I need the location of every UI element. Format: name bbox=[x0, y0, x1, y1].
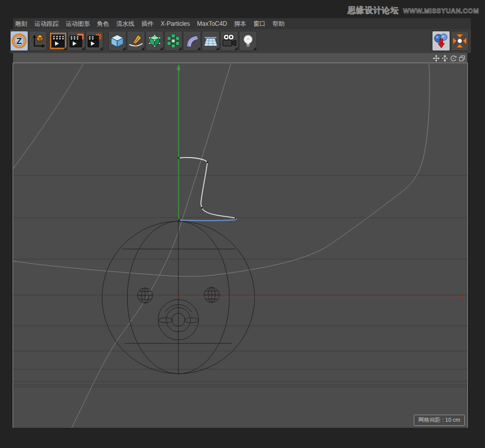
deformer-button[interactable] bbox=[183, 31, 201, 51]
x-axis-arrow bbox=[461, 295, 465, 299]
light-button[interactable] bbox=[239, 31, 257, 51]
submenu-corner bbox=[100, 47, 103, 50]
viewport-controls bbox=[432, 55, 465, 62]
viewport-rotate-icon[interactable] bbox=[450, 55, 457, 62]
watermark: 思缘设计论坛WWW.MISSYUAN.COM bbox=[348, 6, 479, 16]
render-view-button[interactable] bbox=[432, 31, 450, 51]
faint-curve-left bbox=[13, 64, 83, 169]
primitive-cube-button[interactable] bbox=[108, 31, 126, 51]
y-axis-arrow bbox=[177, 64, 180, 70]
watermark-en: WWW.MISSYUAN.COM bbox=[403, 7, 479, 15]
origin-point bbox=[177, 296, 179, 298]
render-settings-button[interactable] bbox=[451, 31, 469, 51]
eye-right bbox=[204, 287, 219, 303]
motion-clip-gear-button[interactable] bbox=[85, 31, 104, 51]
goz-tool-icon: Z bbox=[11, 33, 27, 49]
menu-item-7[interactable]: MaxToC4D bbox=[193, 20, 230, 27]
mograph-array-button[interactable] bbox=[164, 31, 182, 51]
motion-clip-button[interactable] bbox=[49, 31, 67, 51]
axis-cube-button[interactable] bbox=[29, 31, 47, 51]
spline-pen-button[interactable] bbox=[127, 31, 145, 51]
axis-cube-icon bbox=[30, 33, 45, 48]
menu-item-6[interactable]: X-Particles bbox=[157, 20, 193, 27]
svg-text:Z: Z bbox=[17, 36, 22, 46]
submenu-corner bbox=[122, 47, 125, 50]
grid-lines bbox=[13, 175, 467, 387]
menu-item-5[interactable]: 插件 bbox=[138, 20, 157, 28]
menu-item-0[interactable]: 雕刻 bbox=[13, 20, 31, 28]
menu-item-10[interactable]: 帮助 bbox=[269, 20, 288, 28]
render-view-icon bbox=[433, 33, 449, 49]
scene-svg bbox=[13, 63, 467, 428]
goz-tool-button[interactable]: Z bbox=[10, 31, 28, 51]
motion-clip-box-button[interactable] bbox=[67, 31, 85, 51]
menu-item-9[interactable]: 窗口 bbox=[250, 20, 269, 28]
submenu-corner bbox=[178, 47, 181, 50]
submenu-corner bbox=[216, 47, 219, 50]
menu-item-2[interactable]: 运动图形 bbox=[62, 20, 93, 28]
faint-curve-right bbox=[13, 64, 429, 276]
toolbar: Z bbox=[10, 29, 471, 53]
viewport-canvas[interactable]: 网格间距 : 10 cm bbox=[13, 63, 467, 428]
floor-button[interactable] bbox=[202, 31, 220, 51]
submenu-corner bbox=[63, 47, 66, 50]
submenu-corner bbox=[234, 47, 237, 50]
viewport-maximize-icon[interactable] bbox=[458, 55, 465, 62]
background-curves bbox=[13, 64, 429, 428]
render-settings-icon bbox=[452, 33, 468, 49]
menu-item-1[interactable]: 运动跟踪 bbox=[31, 20, 62, 28]
menu-item-4[interactable]: 流水线 bbox=[113, 20, 138, 28]
viewport-pan-icon[interactable] bbox=[432, 55, 440, 62]
bottom-strip bbox=[0, 428, 485, 448]
editable-cube-button[interactable] bbox=[146, 31, 164, 51]
submenu-corner bbox=[81, 47, 84, 50]
faint-curve-middle bbox=[72, 64, 231, 428]
camera-button[interactable] bbox=[220, 31, 238, 51]
eye-left bbox=[137, 288, 153, 303]
grid-spacing-label: 网格间距 : 10 cm bbox=[414, 415, 465, 426]
submenu-corner bbox=[253, 47, 256, 50]
menu-bar: 雕刻运动跟踪运动图形角色流水线插件X-ParticlesMaxToC4D脚本窗口… bbox=[13, 18, 471, 29]
spline-selected-segment bbox=[179, 218, 237, 221]
deformer-icon bbox=[184, 33, 200, 48]
menu-item-3[interactable]: 角色 bbox=[93, 20, 113, 28]
submenu-corner bbox=[160, 47, 163, 50]
watermark-cn: 思缘设计论坛 bbox=[348, 6, 399, 15]
spline-path bbox=[179, 158, 235, 218]
editable-cube-icon bbox=[147, 33, 162, 48]
viewport-titlebar[interactable] bbox=[13, 53, 467, 63]
viewport-dolly-icon[interactable] bbox=[441, 55, 448, 62]
boot-spline[interactable] bbox=[178, 158, 237, 221]
light-icon bbox=[240, 33, 256, 48]
submenu-corner bbox=[197, 47, 200, 50]
primitive-cube-icon bbox=[110, 33, 125, 48]
top-strip: 思缘设计论坛WWW.MISSYUAN.COM bbox=[0, 0, 485, 18]
mograph-array-icon bbox=[166, 33, 181, 48]
menu-item-8[interactable]: 脚本 bbox=[230, 20, 250, 28]
submenu-corner bbox=[141, 47, 144, 50]
